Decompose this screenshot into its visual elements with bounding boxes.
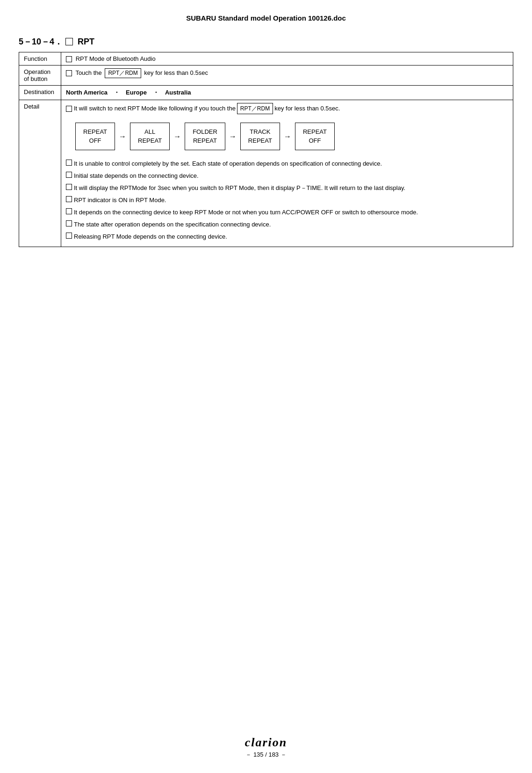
- function-row: Function RPT Mode of Bluetooth Audio: [19, 52, 513, 66]
- flow-arrow-3: →: [229, 132, 237, 141]
- main-table: Function RPT Mode of Bluetooth Audio Ope…: [19, 52, 513, 247]
- detail-text-6: The state after operation depends on the…: [74, 219, 508, 230]
- operation-text: Touch the: [75, 69, 101, 76]
- detail-item-7: Releasing RPT Mode depends on the connec…: [66, 232, 508, 242]
- flow-box-repeat-off-2: REPEATOFF: [295, 123, 335, 150]
- detail-text-5: It depends on the connecting device to k…: [74, 207, 508, 218]
- destination-label: Destination: [19, 86, 61, 100]
- destination-row: Destination North America ・ Europe ・ Aus…: [19, 86, 513, 100]
- detail-checkbox-6: [66, 220, 72, 226]
- detail-item-3: It will display the RPTMode for 3sec whe…: [66, 183, 508, 193]
- detail-checkbox-1: [66, 160, 72, 166]
- detail-text-2: Initial state depends on the connecting …: [74, 171, 508, 181]
- detail-checkbox-4: [66, 196, 72, 202]
- detail-checkbox-7: [66, 233, 72, 239]
- operation-label: Operation of button: [19, 66, 61, 86]
- function-checkbox: [66, 56, 72, 62]
- operation-content: Touch the RPT／RDM key for less than 0.5s…: [61, 66, 513, 86]
- section-title: RPT: [78, 37, 94, 47]
- flow-arrow-1: →: [119, 132, 126, 141]
- detail-intro: It will switch to next RPT Mode like fol…: [66, 103, 508, 114]
- detail-item-4: RPT indicator is ON in RPT Mode.: [66, 195, 508, 205]
- page-title: SUBARU Standard model Operation 100126.d…: [19, 14, 513, 22]
- destination-content: North America ・ Europe ・ Australia: [61, 86, 513, 100]
- operation-key: RPT／RDM: [105, 68, 141, 78]
- section-checkbox: [65, 38, 73, 45]
- detail-row: Detail It will switch to next RPT Mode l…: [19, 100, 513, 247]
- detail-item-2: Initial state depends on the connecting …: [66, 171, 508, 181]
- section-number: 5－10－4．: [19, 36, 63, 47]
- flow-diagram: REPEATOFF → ALLREPEAT → FOLDERREPEAT → T…: [75, 123, 508, 150]
- detail-checkbox-2: [66, 172, 72, 178]
- function-content: RPT Mode of Bluetooth Audio: [61, 52, 513, 66]
- flow-box-folder-repeat: FOLDERREPEAT: [185, 123, 225, 150]
- intro-key: RPT／RDM: [237, 103, 273, 114]
- flow-box-all-repeat: ALLREPEAT: [130, 123, 170, 150]
- flow-arrow-4: →: [284, 132, 291, 141]
- operation-suffix: key for less than 0.5sec: [144, 69, 208, 76]
- operation-checkbox: [66, 70, 72, 76]
- detail-content: It will switch to next RPT Mode like fol…: [61, 100, 513, 247]
- detail-label: Detail: [19, 100, 61, 247]
- flow-arrow-2: →: [173, 132, 181, 141]
- footer-brand: clarion: [0, 736, 532, 750]
- function-label: Function: [19, 52, 61, 66]
- intro-checkbox: [66, 106, 72, 112]
- footer-page: － 135 / 183 －: [0, 751, 532, 759]
- detail-item-6: The state after operation depends on the…: [66, 219, 508, 230]
- detail-item-1: It is unable to control completely by th…: [66, 159, 508, 169]
- detail-text-4: RPT indicator is ON in RPT Mode.: [74, 195, 508, 205]
- detail-checkbox-3: [66, 184, 72, 190]
- flow-box-repeat-off-1: REPEATOFF: [75, 123, 115, 150]
- operation-row: Operation of button Touch the RPT／RDM ke…: [19, 66, 513, 86]
- function-text: RPT Mode of Bluetooth Audio: [76, 55, 156, 62]
- detail-text-7: Releasing RPT Mode depends on the connec…: [74, 232, 508, 242]
- detail-checkbox-5: [66, 208, 72, 214]
- intro-suffix: key for less than 0.5sec.: [274, 103, 340, 114]
- intro-text: It will switch to next RPT Mode like fol…: [74, 103, 236, 114]
- detail-items-container: It is unable to control completely by th…: [66, 159, 508, 242]
- section-heading: 5－10－4． RPT: [19, 36, 513, 47]
- detail-text-1: It is unable to control completely by th…: [74, 159, 508, 169]
- flow-box-track-repeat: TRACKREPEAT: [240, 123, 280, 150]
- footer: clarion － 135 / 183 －: [0, 736, 532, 759]
- detail-item-5: It depends on the connecting device to k…: [66, 207, 508, 218]
- detail-text-3: It will display the RPTMode for 3sec whe…: [74, 183, 508, 193]
